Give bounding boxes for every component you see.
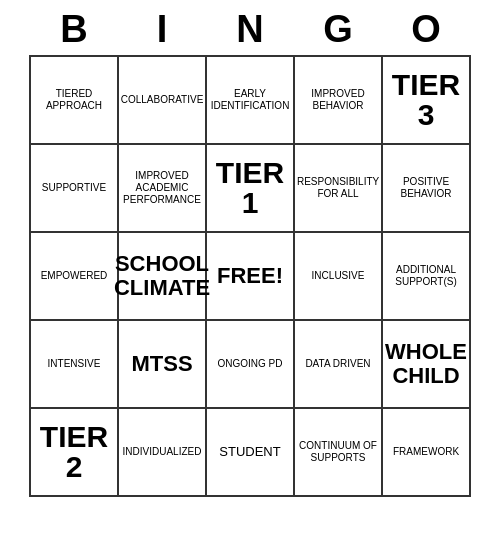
bingo-cell-3: IMPROVED BEHAVIOR <box>295 57 383 145</box>
bingo-cell-17: ONGOING PD <box>207 321 295 409</box>
bingo-cell-8: RESPONSIBILITY FOR ALL <box>295 145 383 233</box>
bingo-cell-20: TIER2 <box>31 409 119 497</box>
bingo-cell-22: STUDENT <box>207 409 295 497</box>
bingo-cell-1: COLLABORATIVE <box>119 57 207 145</box>
bingo-cell-7: TIER1 <box>207 145 295 233</box>
letter-i: I <box>118 8 206 51</box>
bingo-cell-23: CONTINUUM OF SUPPORTS <box>295 409 383 497</box>
bingo-cell-10: EMPOWERED <box>31 233 119 321</box>
bingo-cell-2: EARLY IDENTIFICATION <box>207 57 295 145</box>
bingo-cell-24: FRAMEWORK <box>383 409 471 497</box>
bingo-cell-13: INCLUSIVE <box>295 233 383 321</box>
bingo-cell-0: TIERED APPROACH <box>31 57 119 145</box>
bingo-cell-12: Free! <box>207 233 295 321</box>
bingo-cell-11: SCHOOLCLIMATE <box>119 233 207 321</box>
bingo-cell-5: SUPPORTIVE <box>31 145 119 233</box>
bingo-cell-6: IMPROVED ACADEMIC PERFORMANCE <box>119 145 207 233</box>
bingo-cell-14: ADDITIONAL SUPPORT(S) <box>383 233 471 321</box>
bingo-cell-15: INTENSIVE <box>31 321 119 409</box>
bingo-grid: TIERED APPROACHCOLLABORATIVEEARLY IDENTI… <box>29 55 471 497</box>
letter-n: N <box>206 8 294 51</box>
letter-b: B <box>30 8 118 51</box>
bingo-cell-9: POSITIVE BEHAVIOR <box>383 145 471 233</box>
bingo-cell-16: MTSS <box>119 321 207 409</box>
bingo-cell-21: INDIVIDUALIZED <box>119 409 207 497</box>
letter-g: G <box>294 8 382 51</box>
bingo-cell-18: DATA DRIVEN <box>295 321 383 409</box>
letter-o: O <box>382 8 470 51</box>
bingo-header: B I N G O <box>5 8 495 51</box>
bingo-cell-4: TIER3 <box>383 57 471 145</box>
bingo-cell-19: WHOLECHILD <box>383 321 471 409</box>
